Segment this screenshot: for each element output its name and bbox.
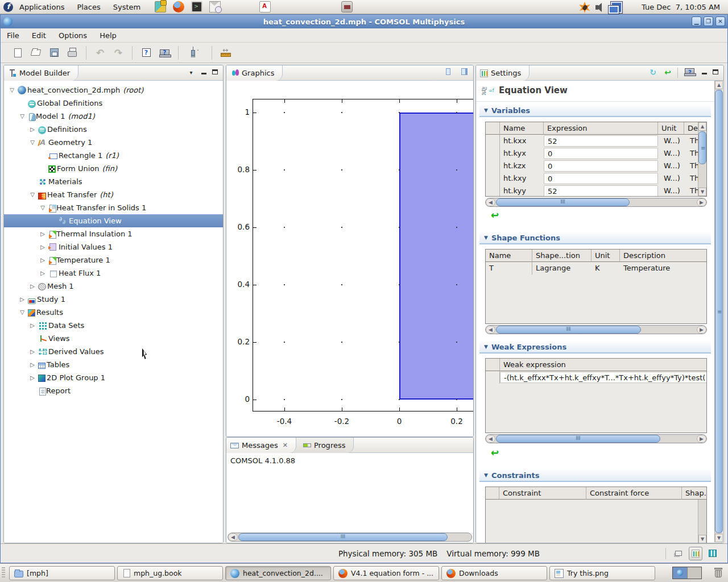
documentation-button[interactable] xyxy=(157,45,172,60)
measure-button[interactable] xyxy=(218,45,233,60)
scrollbar-thumb[interactable] xyxy=(496,326,641,334)
section-header-variables[interactable]: ▼Variables xyxy=(479,105,711,117)
firefox-icon[interactable] xyxy=(173,1,184,13)
weak_expressions-hscrollbar[interactable]: ◀▶ xyxy=(485,434,707,443)
expand-arrow-icon[interactable]: ▷ xyxy=(28,322,37,329)
tree-item-equation-view[interactable]: Equation View xyxy=(4,214,223,227)
messages-content[interactable]: COMSOL 4.1.0.88 ◀ xyxy=(226,453,473,543)
panel-maximize-button[interactable] xyxy=(460,68,469,77)
tree-item-data-sets[interactable]: ▷Data Sets xyxy=(4,319,223,332)
library-button[interactable] xyxy=(706,547,719,560)
panel-minimize-button[interactable] xyxy=(444,68,453,77)
geometry-rectangle[interactable] xyxy=(399,113,474,400)
tree-item-tables[interactable]: ▷Tables xyxy=(4,358,223,371)
expand-arrow-icon[interactable]: ▷ xyxy=(28,361,37,368)
table-row[interactable]: ht.kxx52W...)Th xyxy=(486,135,706,147)
table-row[interactable]: ht.kyy52W...)Th xyxy=(486,185,706,197)
variables-table[interactable]: NameExpressionUnitDeht.kxx52W...)Thht.ky… xyxy=(485,122,707,197)
scroll-right-icon[interactable]: ▶ xyxy=(697,326,706,334)
editable-cell[interactable]: -(ht.k_effxx*Tx+ht.k_effxy*T...*Tx+ht.k_… xyxy=(500,372,707,383)
tree-item-geometry-1[interactable]: ▽Geometry 1 xyxy=(4,136,223,149)
editable-cell[interactable]: 0 xyxy=(544,173,658,184)
graphics-tab[interactable]: Graphics xyxy=(226,65,283,81)
table-row[interactable]: TLagrangeKTemperature xyxy=(486,262,706,275)
refresh-icon[interactable]: ↻ xyxy=(648,68,657,77)
minimize-button[interactable]: ▁ xyxy=(692,16,701,26)
expand-arrow-icon[interactable]: ▷ xyxy=(38,270,47,276)
tree-item-definitions[interactable]: ▷Definitions xyxy=(4,123,223,136)
terminal-icon[interactable] xyxy=(191,1,202,13)
tree-item-views[interactable]: Views xyxy=(4,332,223,345)
messages-hscrollbar[interactable]: ◀ xyxy=(228,533,472,542)
settings-toggle-button[interactable] xyxy=(689,547,702,560)
workspace-switcher[interactable] xyxy=(672,567,702,579)
close-button[interactable]: ✕ xyxy=(715,16,725,26)
scroll-left-icon[interactable]: ◀ xyxy=(486,198,495,206)
collapse-arrow-icon[interactable]: ▼ xyxy=(484,472,488,478)
weak_expressions-table[interactable]: Weak expression-(ht.k_effxx*Tx+ht.k_effx… xyxy=(485,358,707,433)
tree-item-temperature-1[interactable]: ▷Temperature 1 xyxy=(4,253,223,267)
tree-item-initial-values-1[interactable]: ▷Initial Values 1 xyxy=(4,240,223,253)
shape_functions-table[interactable]: NameShape...tionUnitDescriptionTLagrange… xyxy=(485,249,707,324)
collapse-arrow-icon[interactable]: ▽ xyxy=(28,139,37,146)
scroll-left-icon[interactable]: ◀ xyxy=(486,326,495,334)
tree-item-heat-transfer-in-solids-1[interactable]: ▽Heat Transfer in Solids 1 xyxy=(4,201,223,214)
menu-edit[interactable]: Edit xyxy=(26,28,52,43)
tree-item-heat-flux-1[interactable]: ▷Heat Flux 1 xyxy=(4,267,223,280)
mailclock-icon[interactable] xyxy=(209,1,221,13)
view-menu-button[interactable]: ▾ xyxy=(187,68,196,77)
clear-dropdown-button[interactable]: ˇ xyxy=(185,45,205,60)
new-button[interactable] xyxy=(10,45,25,60)
save-button[interactable] xyxy=(47,45,61,60)
tree-item-2d-plot-group-1[interactable]: ▷2D Plot Group 1 xyxy=(4,371,223,384)
undo-icon[interactable]: ↩ xyxy=(663,68,672,77)
task-v4-1-equation-form-[interactable]: V4.1 equation form - ... xyxy=(333,566,439,580)
gnome-menu-places[interactable]: Places xyxy=(71,0,106,14)
scrollbar-thumb[interactable] xyxy=(698,131,706,164)
scroll-right-icon[interactable]: ▶ xyxy=(697,198,706,206)
panel-minimize-button[interactable] xyxy=(700,68,709,77)
panel-maximize-button[interactable] xyxy=(711,68,720,77)
scrollbar-thumb[interactable] xyxy=(496,435,660,443)
scrollbar-thumb[interactable] xyxy=(496,198,630,206)
variables-hscrollbar[interactable]: ◀▶ xyxy=(485,198,707,207)
expand-arrow-icon[interactable]: ▷ xyxy=(28,348,37,355)
table-vscrollbar[interactable]: ▼ xyxy=(698,500,706,543)
tree-item-derived-values[interactable]: ▷Derived Values xyxy=(4,345,223,358)
expand-arrow-icon[interactable]: ▷ xyxy=(28,283,37,289)
titlebar[interactable]: heat_convection_2d.mph - COMSOL Multiphy… xyxy=(1,15,727,28)
expand-arrow-icon[interactable]: ▷ xyxy=(18,296,27,302)
expand-arrow-icon[interactable]: ▷ xyxy=(38,257,47,263)
editable-cell[interactable]: 52 xyxy=(544,185,658,197)
table-row[interactable]: ht.kzx0W...)Th xyxy=(486,160,706,172)
messages-tab[interactable]: Messages ✕ xyxy=(226,438,296,453)
task-try-this-png[interactable]: Try this.png xyxy=(549,566,655,580)
help-button[interactable]: ? xyxy=(139,45,154,60)
section-header-constraints[interactable]: ▼Constraints xyxy=(479,469,711,482)
constraints-table[interactable]: ConstraintConstraint forceShap.▼ xyxy=(485,487,707,543)
table-row[interactable]: -(ht.k_effxx*Tx+ht.k_effxy*T...*Tx+ht.k_… xyxy=(486,371,706,384)
panel-maximize-button[interactable] xyxy=(210,68,220,77)
volume-icon[interactable] xyxy=(595,2,606,13)
collapse-arrow-icon[interactable]: ▽ xyxy=(28,192,37,198)
task-downloads[interactable]: Downloads xyxy=(441,566,547,580)
tree-item-results[interactable]: ▽Results xyxy=(4,306,223,319)
solitaire-icon[interactable] xyxy=(259,1,271,13)
scroll-left-icon[interactable]: ◀ xyxy=(486,435,495,443)
editable-cell[interactable]: 0 xyxy=(544,148,658,159)
section-header-shape_functions[interactable]: ▼Shape Functions xyxy=(479,232,711,244)
clock[interactable]: Tue Dec 7, 10:05 AM xyxy=(642,0,720,14)
close-icon[interactable]: ✕ xyxy=(283,442,288,449)
menu-help[interactable]: Help xyxy=(93,28,123,43)
network-monitor-icon[interactable] xyxy=(611,2,622,13)
tree-item-global-definitions[interactable]: Global Definitions xyxy=(4,97,223,110)
gnome-menu-system[interactable]: System xyxy=(107,0,147,14)
expand-arrow-icon[interactable]: ▷ xyxy=(38,244,47,250)
scroll-left-icon[interactable]: ◀ xyxy=(228,533,238,541)
model-builder-tab[interactable]: Model Builder xyxy=(4,65,78,81)
packages-icon[interactable] xyxy=(155,1,166,13)
expand-arrow-icon[interactable]: ▷ xyxy=(38,231,47,237)
scroll-down-icon[interactable]: ▼ xyxy=(715,534,723,542)
shape_functions-hscrollbar[interactable]: ◀▶ xyxy=(485,325,707,334)
scrollbar-thumb[interactable] xyxy=(238,533,448,541)
